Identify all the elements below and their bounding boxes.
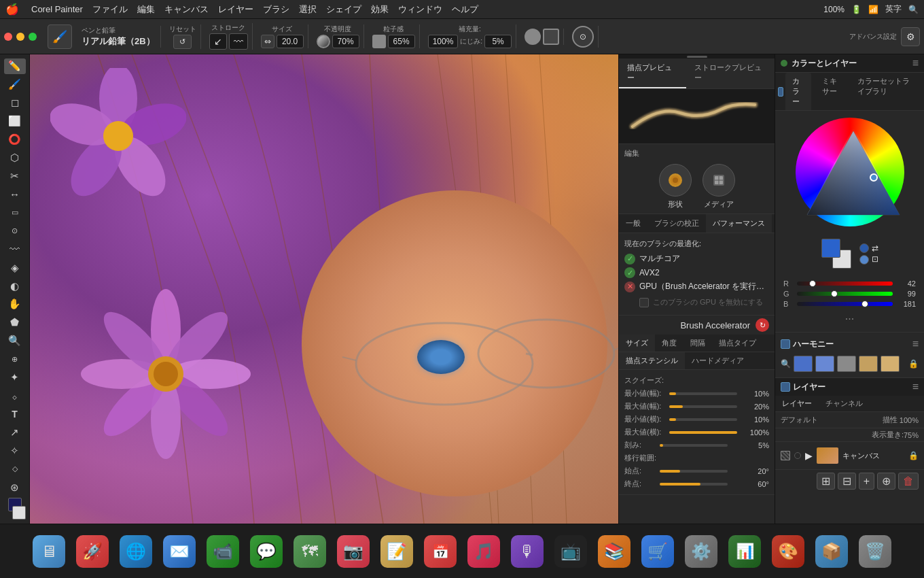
max-height-bar[interactable] [669,431,737,434]
swatch-extra-2[interactable] [859,255,869,265]
color-panel-close[interactable]: ≡ [912,57,919,69]
canvas-painting[interactable] [30,54,618,524]
reset-button[interactable]: ↺ [173,35,192,49]
color-checkbox[interactable] [778,87,783,97]
color-tab[interactable]: カラー [785,73,811,110]
tool-lasso-select[interactable]: ⊙ [4,223,26,239]
brush-selector-icon[interactable]: 🖌️ [48,24,72,49]
menubar-brush[interactable]: ブラシ [263,3,289,16]
dock-books[interactable]: 📚 [595,532,633,571]
menubar-edit[interactable]: 編集 [137,3,155,16]
g-slider[interactable] [797,292,893,296]
size-decrease[interactable]: ⇔ [261,35,274,48]
rgb-more[interactable]: ··· [783,310,916,328]
tab-correction[interactable]: ブラシの校正 [647,214,706,233]
menubar-select[interactable]: 選択 [299,3,317,16]
dock-maps[interactable]: 🗺 [291,532,329,571]
tool-pen[interactable]: ↗ [4,424,26,440]
dock-notes[interactable]: 📝 [378,532,416,571]
blur-value[interactable]: 5% [484,35,512,48]
tool-magnify[interactable]: ⊕ [4,352,26,367]
tool-color-picker[interactable]: ✦ [4,370,26,386]
canvas-layer-lock[interactable]: 🔒 [908,451,919,460]
dock-trash[interactable]: 🗑️ [856,532,894,571]
dab-type-tab[interactable]: 描点タイプ [712,335,763,352]
harmony-lock[interactable]: 🔒 [908,359,919,369]
menubar-layer[interactable]: レイヤー [218,3,253,16]
dab-stencil-tab[interactable]: 描点ステンシル [619,352,685,369]
layer-eye-icon[interactable] [794,452,801,459]
opacity-dial[interactable] [317,35,330,48]
menubar-window[interactable]: ウィンドウ [398,3,442,16]
dock-calendar[interactable]: 📅 [421,532,459,571]
tool-shape-pen[interactable]: ✧ [4,443,26,458]
tool-ellipse[interactable]: ⭕ [4,132,26,148]
advance-button[interactable]: ⚙ [901,27,920,46]
dock-unknown[interactable]: 📦 [813,532,851,571]
b-slider[interactable] [797,302,893,306]
layer-expand-icon[interactable]: ▶ [805,450,813,461]
tool-blend[interactable]: ◈ [4,260,26,275]
layer-checkbox[interactable] [781,382,790,392]
start-bar[interactable] [660,470,728,473]
dock-podcasts[interactable]: 🎙 [508,532,546,571]
swatch-extra-1[interactable] [859,243,869,253]
layer-tab-channels[interactable]: チャンネル [819,396,870,411]
minimize-button[interactable] [16,33,24,41]
dock-corelpainter[interactable]: 🎨 [769,532,807,571]
dock-finder[interactable]: 🖥 [30,532,68,571]
tool-shape-select[interactable]: ◇ [4,461,26,477]
dock-activitymonitor[interactable]: 📊 [726,532,764,571]
media-icon-1[interactable] [525,29,541,45]
layer-merge[interactable]: ⊟ [838,473,856,490]
menubar-effects[interactable]: 効果 [371,3,389,16]
tool-gradient[interactable]: ⬦ [4,388,26,404]
grain-icon[interactable] [372,35,386,48]
dock-messages[interactable]: 💬 [247,532,285,571]
gpu-disable-checkbox[interactable] [639,298,649,307]
harmony-swatch-4[interactable] [859,356,878,372]
menubar-canvas[interactable]: キャンバス [164,3,209,16]
brush-accelerator-button[interactable]: ↻ [756,318,769,332]
opacity-value[interactable]: 70% [332,35,359,48]
g-thumb[interactable] [831,290,838,297]
angle-tab[interactable]: 角度 [655,335,683,352]
layer-new[interactable]: + [859,473,874,490]
shape-editor[interactable]: 形状 [659,164,692,209]
harmony-tool-1[interactable]: 🔍 [781,359,791,369]
dock-systemprefs[interactable]: ⚙️ [682,532,720,571]
layer-tab-layers[interactable]: レイヤー [775,396,819,411]
min-height-bar[interactable] [669,418,737,421]
tool-eraser[interactable]: ◻ [4,95,26,111]
dock-mail[interactable]: ✉️ [160,532,198,571]
tool-text[interactable]: T [4,407,26,422]
layer-copy[interactable]: ⊕ [877,473,895,490]
end-bar[interactable] [660,483,728,486]
dock-facetime[interactable]: 📹 [204,532,242,571]
tab-dab-preview[interactable]: 描点プレビュー [619,58,686,88]
harmony-swatch-5[interactable] [881,356,900,372]
min-width-bar[interactable] [669,392,737,395]
library-tab[interactable]: カラーセットライブラリ [851,73,921,110]
media-editor[interactable]: メディア [703,164,735,209]
tool-palette-knife[interactable]: ⊛ [4,479,26,495]
menubar-file[interactable]: ファイル [92,3,128,16]
harmony-checkbox[interactable] [781,339,790,349]
layer-new-group[interactable]: ⊞ [817,473,835,490]
tab-stroke-preview[interactable]: ストロークプレビュー [686,58,775,88]
tool-dodge[interactable]: ◐ [4,278,26,294]
tool-brush[interactable]: 🖌️ [4,77,26,92]
harmony-swatch-1[interactable] [794,356,813,372]
tab-general[interactable]: 一般 [619,214,647,233]
tool-zoom[interactable]: 🔍 [4,333,26,349]
maximize-button[interactable] [29,33,37,41]
fill-value[interactable]: 100% [428,35,459,48]
tool-hand[interactable]: ✋ [4,296,26,312]
menubar-search[interactable]: 🔍 [908,5,919,14]
shape-icon[interactable]: ⊙ [572,26,594,48]
mixer-tab[interactable]: ミキサー [815,73,850,110]
canvas-area[interactable] [30,54,618,524]
layer-delete[interactable]: 🗑 [898,473,919,490]
sharpness-bar[interactable] [660,444,728,447]
b-thumb[interactable] [861,301,868,307]
